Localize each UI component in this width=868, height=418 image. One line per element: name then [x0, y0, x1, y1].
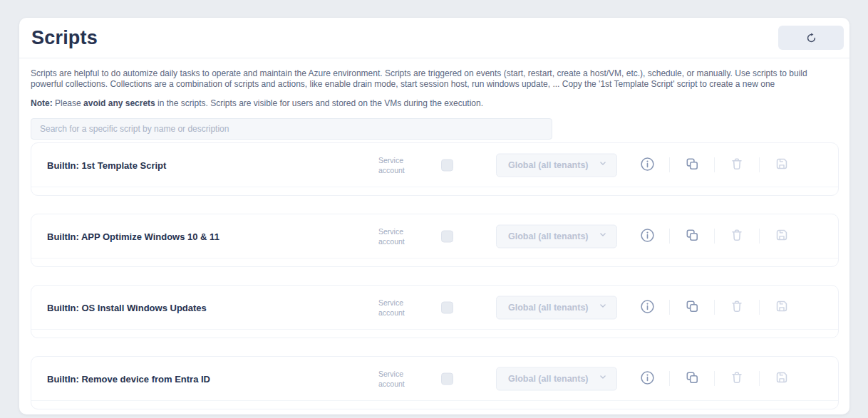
note-text: Please	[53, 98, 83, 108]
search-input[interactable]	[31, 118, 552, 140]
service-account-checkbox[interactable]	[441, 301, 453, 313]
script-card: BuiltIn: Remove device from Entra ID Ser…	[31, 356, 839, 409]
script-row: BuiltIn: OS Install Windows Updates Serv…	[31, 286, 838, 330]
script-name: BuiltIn: OS Install Windows Updates	[47, 302, 207, 313]
divider	[759, 229, 760, 244]
panel-body: Scripts are helpful to do automize daily…	[19, 58, 849, 409]
chevron-down-icon	[598, 301, 608, 314]
trash-icon	[730, 370, 744, 387]
copy-button[interactable]	[683, 298, 701, 317]
scope-select[interactable]: Global (all tenants)	[496, 296, 617, 319]
divider	[759, 371, 760, 386]
divider	[669, 157, 670, 172]
page-description: Scripts are helpful to do automize daily…	[31, 68, 838, 89]
trash-button[interactable]	[728, 370, 746, 388]
info-button[interactable]	[638, 298, 656, 317]
trash-icon	[730, 299, 744, 315]
divider	[669, 300, 670, 315]
row-actions	[638, 298, 791, 317]
trash-icon	[730, 157, 744, 173]
save-icon	[775, 299, 789, 315]
chevron-down-icon	[598, 159, 608, 172]
divider	[669, 371, 670, 386]
info-icon	[640, 299, 655, 316]
note: Note: Please avoid any secrets in the sc…	[31, 98, 838, 108]
service-account-label: Service account	[378, 297, 417, 317]
row-actions	[638, 156, 791, 174]
refresh-button[interactable]	[778, 26, 844, 50]
save-icon	[775, 157, 789, 173]
scope-selected-value: Global (all tenants)	[508, 303, 589, 313]
copy-icon	[685, 228, 699, 244]
info-button[interactable]	[638, 227, 656, 246]
service-account-checkbox[interactable]	[441, 372, 453, 385]
copy-icon	[685, 370, 699, 387]
service-account-label: Service account	[378, 155, 417, 174]
page-title: Scripts	[31, 27, 98, 49]
script-row: BuiltIn: Remove device from Entra ID Ser…	[31, 357, 838, 401]
scope-select[interactable]: Global (all tenants)	[496, 224, 617, 248]
script-card: BuiltIn: APP Optimize Windows 10 & 11 Se…	[31, 214, 839, 267]
info-icon	[640, 228, 655, 245]
script-row: BuiltIn: APP Optimize Windows 10 & 11 Se…	[31, 214, 838, 258]
info-button[interactable]	[638, 370, 656, 388]
script-card: BuiltIn: 1st Template Script Service acc…	[31, 142, 839, 196]
save-button[interactable]	[773, 370, 791, 388]
row-actions	[638, 227, 791, 246]
page: { "header": { "title": "Scripts" }, "int…	[0, 0, 868, 418]
save-button[interactable]	[773, 298, 791, 317]
service-account-label: Service account	[378, 368, 417, 388]
scope-selected-value: Global (all tenants)	[508, 160, 589, 170]
script-card: BuiltIn: OS Install Windows Updates Serv…	[31, 285, 839, 338]
info-button[interactable]	[638, 156, 656, 174]
service-account-checkbox[interactable]	[441, 159, 453, 171]
save-icon	[775, 228, 789, 244]
note-bold: avoid any secrets	[83, 98, 155, 108]
save-icon	[775, 370, 789, 387]
chevron-down-icon	[598, 372, 608, 385]
script-name: BuiltIn: 1st Template Script	[47, 160, 166, 170]
info-icon	[640, 370, 655, 387]
trash-icon	[730, 228, 744, 244]
divider	[714, 229, 715, 244]
copy-icon	[685, 157, 699, 173]
divider	[714, 371, 715, 386]
service-account-checkbox[interactable]	[441, 230, 453, 242]
copy-button[interactable]	[683, 370, 701, 388]
trash-button[interactable]	[728, 156, 746, 174]
script-name: BuiltIn: Remove device from Entra ID	[47, 373, 210, 384]
scope-select[interactable]: Global (all tenants)	[496, 153, 617, 177]
chevron-down-icon	[598, 230, 608, 243]
service-account-label: Service account	[378, 226, 417, 246]
script-row: BuiltIn: 1st Template Script Service acc…	[31, 143, 838, 187]
scope-selected-value: Global (all tenants)	[508, 231, 589, 241]
copy-button[interactable]	[683, 227, 701, 246]
note-text: in the scripts. Scripts are visible for …	[155, 98, 483, 108]
row-actions	[638, 370, 791, 388]
scripts-panel: Scripts Scripts are helpful to do automi…	[19, 18, 849, 414]
info-icon	[640, 157, 655, 174]
divider	[714, 300, 715, 315]
save-button[interactable]	[773, 227, 791, 246]
scope-selected-value: Global (all tenants)	[508, 374, 589, 384]
divider	[759, 157, 760, 172]
script-name: BuiltIn: APP Optimize Windows 10 & 11	[47, 231, 219, 241]
trash-button[interactable]	[728, 227, 746, 246]
divider	[714, 157, 715, 172]
scope-select[interactable]: Global (all tenants)	[496, 367, 617, 390]
panel-header: Scripts	[19, 18, 849, 58]
divider	[669, 229, 670, 244]
copy-icon	[685, 299, 699, 315]
copy-button[interactable]	[683, 156, 701, 174]
trash-button[interactable]	[728, 298, 746, 317]
refresh-icon	[805, 32, 817, 44]
note-label: Note:	[31, 98, 53, 108]
divider	[759, 300, 760, 315]
save-button[interactable]	[773, 156, 791, 174]
